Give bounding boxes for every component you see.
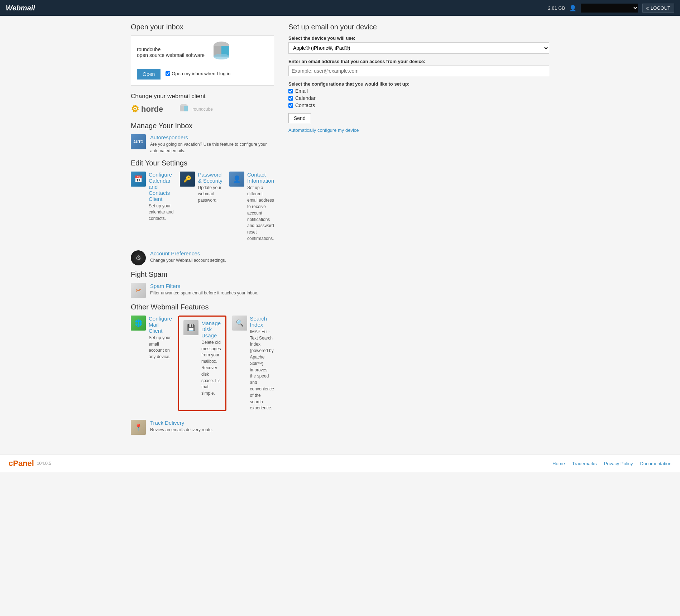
search-index-icon: 🔍 [232, 316, 247, 331]
password-content: Password & Security Update your webmail … [198, 172, 223, 203]
cpanel-logo: cPanel 104.0.5 [9, 459, 51, 468]
setup-email-title: Set up email on your device [288, 23, 549, 31]
configure-mail-icon: 🌐 [131, 316, 146, 331]
auto-open-checkbox[interactable] [166, 71, 170, 76]
other-features-title: Other Webmail Features [131, 303, 274, 311]
footer-home-link[interactable]: Home [552, 461, 565, 466]
preferences-icon: ⚙ [131, 250, 146, 265]
preferences-content: Account Preferences Change your Webmail … [150, 250, 226, 264]
spam-filters-link[interactable]: Spam Filters [150, 283, 258, 289]
roundcube-small-label: roundcube [192, 107, 213, 112]
logout-icon: ⎋ [646, 5, 649, 11]
spam-filters-icon: ✂ [131, 283, 146, 298]
left-column: Open your inbox roundcube open source we… [131, 23, 274, 440]
user-icon: 👤 [569, 5, 576, 11]
contact-icon: 👤 [229, 172, 244, 187]
footer-privacy-link[interactable]: Privacy Policy [604, 461, 633, 466]
search-index-link[interactable]: Search Index [250, 316, 274, 328]
roundcube-cube-icon [209, 42, 234, 63]
spam-filters-desc: Filter unwanted spam email before it rea… [150, 290, 258, 295]
contact-row: 👤 Contact Information Set up a different… [229, 172, 274, 242]
webmail-clients: ⚙ horde roundcube [131, 104, 274, 115]
config-checkboxes: Email Calendar Contacts [288, 88, 549, 108]
preferences-desc: Change your Webmail account settings. [150, 258, 226, 263]
autoresponders-icon: AUTO [131, 134, 146, 149]
calendar-checkbox-row: Calendar [288, 95, 549, 101]
manage-inbox-title: Manage Your Inbox [131, 122, 274, 130]
search-index-item: 🔍 Search Index IMAP Full-Text Search Ind… [232, 316, 274, 411]
password-item: 🔑 Password & Security Update your webmai… [180, 172, 223, 242]
edit-settings-title: Edit Your Settings [131, 159, 274, 167]
contact-content: Contact Information Set up a different e… [247, 172, 274, 242]
configure-mail-row: 🌐 Configure Mail Client Set up your emai… [131, 316, 172, 360]
roundcube-name: roundcube [137, 47, 205, 52]
device-label: Select the device you will use: [288, 35, 549, 41]
roundcube-text-area: roundcube open source webmail software [137, 47, 205, 58]
logout-button[interactable]: ⎋ LOGOUT [642, 4, 674, 13]
search-index-content: Search Index IMAP Full-Text Search Index… [250, 316, 274, 411]
track-delivery-link[interactable]: Track Delivery [150, 420, 213, 426]
search-index-row: 🔍 Search Index IMAP Full-Text Search Ind… [232, 316, 274, 411]
storage-display: 2.81 GB [548, 5, 565, 11]
config-label: Select the configurations that you would… [288, 81, 549, 87]
spam-filters-content: Spam Filters Filter unwanted spam email … [150, 283, 258, 296]
autoresponders-content: Autoresponders Are you going on vacation… [150, 134, 274, 154]
header-right: 2.81 GB 👤 ⎋ LOGOUT [548, 4, 674, 13]
track-delivery-item: 📍 Track Delivery Review an email's deliv… [131, 420, 274, 435]
password-link[interactable]: Password & Security [198, 172, 223, 184]
manage-disk-desc: Delete old messages from your mailbox. R… [201, 340, 221, 396]
horde-gear-icon: ⚙ [131, 104, 139, 115]
device-select[interactable]: Apple® (iPhone®, iPad®) Android Windows … [288, 42, 549, 54]
send-button[interactable]: Send [288, 113, 311, 123]
contact-desc: Set up a different email address to rece… [247, 185, 274, 241]
email-input[interactable] [288, 66, 549, 76]
other-features-grid: 🌐 Configure Mail Client Set up your emai… [131, 316, 274, 416]
password-desc: Update your webmail password. [198, 185, 221, 203]
track-delivery-desc: Review an email's delivery route. [150, 427, 213, 432]
right-column: Set up email on your device Select the d… [288, 23, 549, 440]
contact-link[interactable]: Contact Information [247, 172, 274, 184]
inbox-actions: Open Open my inbox when I log in [137, 69, 268, 80]
edit-settings-grid: 📅 Configure Calendar and Contacts Client… [131, 172, 274, 247]
configure-mail-desc: Set up your email account on any device. [149, 335, 171, 359]
change-webmail-title: Change your webmail client [131, 93, 274, 100]
preferences-link[interactable]: Account Preferences [150, 250, 226, 256]
calendar-row: 📅 Configure Calendar and Contacts Client… [131, 172, 174, 222]
manage-disk-item[interactable]: 💾 Manage Disk Usage Delete old messages … [178, 316, 226, 411]
horde-label: horde [141, 105, 163, 114]
footer-docs-link[interactable]: Documentation [640, 461, 671, 466]
calendar-checkbox[interactable] [288, 96, 293, 101]
autoresponders-desc: Are you going on vacation? Use this feat… [150, 142, 267, 153]
email-checkbox-row: Email [288, 88, 549, 94]
manage-disk-link[interactable]: Manage Disk Usage [201, 320, 221, 338]
calendar-link[interactable]: Configure Calendar and Contacts Client [149, 172, 174, 202]
footer-trademarks-link[interactable]: Trademarks [572, 461, 597, 466]
open-inbox-title: Open your inbox [131, 23, 274, 31]
open-inbox-button[interactable]: Open [137, 69, 161, 80]
footer: cPanel 104.0.5 Home Trademarks Privacy P… [0, 454, 680, 472]
header: Webmail 2.81 GB 👤 ⎋ LOGOUT [0, 0, 680, 16]
calendar-desc: Set up your calendar and contacts. [149, 203, 173, 221]
svg-rect-5 [180, 106, 184, 111]
roundcube-small-logo[interactable]: roundcube [177, 104, 213, 115]
roundcube-small-icon [177, 104, 190, 115]
email-checkbox[interactable] [288, 89, 293, 93]
auto-open-label[interactable]: Open my inbox when I log in [166, 71, 230, 76]
footer-links: Home Trademarks Privacy Policy Documenta… [552, 461, 671, 466]
user-select[interactable] [581, 4, 638, 13]
configure-mail-content: Configure Mail Client Set up your email … [149, 316, 172, 360]
horde-logo[interactable]: ⚙ horde [131, 104, 163, 115]
configure-mail-link[interactable]: Configure Mail Client [149, 316, 172, 334]
search-index-desc: IMAP Full-Text Search Index (powered by … [250, 329, 274, 411]
calendar-item: 📅 Configure Calendar and Contacts Client… [131, 172, 174, 242]
cpanel-version: 104.0.5 [37, 461, 51, 466]
svg-point-3 [214, 54, 229, 59]
contacts-checkbox[interactable] [288, 103, 293, 108]
spam-filters-item: ✂ Spam Filters Filter unwanted spam emai… [131, 283, 274, 298]
inbox-box: roundcube open source webmail software O… [131, 35, 274, 86]
fight-spam-title: Fight Spam [131, 270, 274, 279]
auto-config-link[interactable]: Automatically configure my device [288, 127, 549, 133]
autoresponders-link[interactable]: Autoresponders [150, 134, 274, 140]
password-row: 🔑 Password & Security Update your webmai… [180, 172, 223, 203]
manage-disk-icon: 💾 [183, 320, 198, 335]
